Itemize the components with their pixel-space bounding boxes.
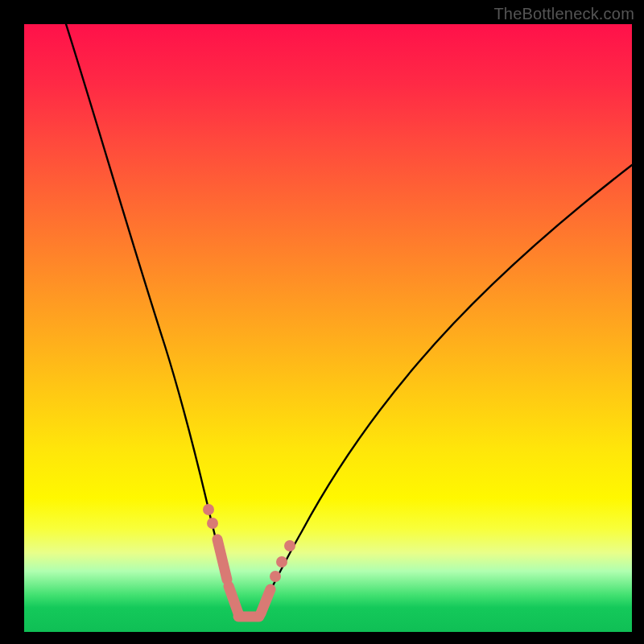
curve-layer — [24, 24, 632, 632]
bottleneck-curve — [66, 24, 632, 620]
plot-area — [24, 24, 632, 632]
svg-point-0 — [203, 504, 214, 515]
svg-point-1 — [207, 518, 218, 529]
svg-point-2 — [270, 571, 281, 582]
watermark-text: TheBottleneck.com — [493, 5, 634, 23]
chart-frame: TheBottleneck.com — [0, 0, 644, 644]
highlight-band — [203, 504, 295, 617]
svg-point-4 — [284, 540, 295, 551]
svg-point-3 — [276, 556, 287, 568]
